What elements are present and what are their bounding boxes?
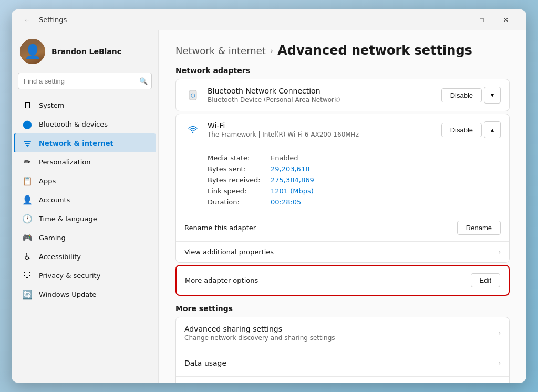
media-state-label: Media state: [208,154,271,162]
wifi-adapter-actions: Disable ▴ [441,121,501,138]
wifi-adapter-card: Wi-Fi The Framework | Intel(R) Wi-Fi 6 A… [175,114,510,263]
bluetooth-adapter-actions: Disable ▾ [441,87,501,104]
bluetooth-icon: ⬤ [22,119,33,129]
duration-label: Duration: [208,198,271,206]
rename-button[interactable]: Rename [457,221,501,235]
breadcrumb: Network & internet › Advanced network se… [175,43,510,58]
sidebar-item-personalization[interactable]: ✏️ Personalization [14,152,156,171]
privacy-icon: 🛡 [22,270,33,281]
advanced-sharing-subtitle: Change network discovery and sharing set… [184,334,498,342]
rename-label: Rename this adapter [184,224,457,232]
sidebar: 👤 Brandon LeBlanc 🔍 🖥 System ⬤ Bluetooth [12,30,159,383]
bluetooth-adapter-title: Bluetooth Network Connection [208,87,441,95]
minimize-button[interactable]: — [446,12,470,28]
sidebar-item-apps[interactable]: 📋 Apps [14,171,156,190]
duration-value: 00:28:05 [271,198,301,206]
bluetooth-adapter-subtitle: Bluetooth Device (Personal Area Network) [208,96,441,104]
sidebar-item-network[interactable]: Network & internet [14,133,156,152]
advanced-sharing-chevron: › [498,329,501,337]
view-properties-row[interactable]: View additional properties › [176,241,509,262]
media-state-row: Media state: Enabled [208,152,501,163]
svg-rect-2 [26,145,29,146]
user-profile: 👤 Brandon LeBlanc [12,30,158,70]
bluetooth-adapter-row: ⬡ Bluetooth Network Connection Bluetooth… [176,79,509,111]
wifi-adapter-title: Wi-Fi [208,121,441,130]
sidebar-item-privacy[interactable]: 🛡 Privacy & security [14,266,156,285]
advanced-sharing-title: Advanced sharing settings [184,325,498,333]
wifi-disable-button[interactable]: Disable [441,123,482,137]
wifi-expand-button[interactable]: ▴ [484,121,501,138]
data-usage-row[interactable]: Data usage › [176,349,509,376]
sidebar-item-time[interactable]: 🕐 Time & language [14,209,156,228]
breadcrumb-current: Advanced network settings [277,43,472,58]
sidebar-item-gaming[interactable]: 🎮 Gaming [14,228,156,247]
bluetooth-expand-button[interactable]: ▾ [484,87,501,104]
advanced-sharing-row[interactable]: Advanced sharing settings Change network… [176,317,509,349]
bytes-sent-row: Bytes sent: 29,203,618 [208,163,501,174]
system-icon: 🖥 [22,100,33,110]
accessibility-icon: ♿ [22,251,33,262]
link-speed-label: Link speed: [208,187,271,195]
svg-rect-3 [27,146,28,147]
avatar-image: 👤 [20,39,45,64]
main-layout: 👤 Brandon LeBlanc 🔍 🖥 System ⬤ Bluetooth [12,30,526,383]
wifi-adapter-text: Wi-Fi The Framework | Intel(R) Wi-Fi 6 A… [208,121,441,138]
hardware-connection-row[interactable]: Hardware and connection properties › [176,376,509,383]
chevron-right-icon: › [498,249,501,256]
search-input[interactable] [18,73,152,89]
bluetooth-disable-button[interactable]: Disable [441,88,482,102]
sidebar-item-accessibility[interactable]: ♿ Accessibility [14,247,156,266]
breadcrumb-separator: › [270,46,273,56]
maximize-button[interactable]: □ [470,12,494,28]
adapter-options-label: More adapter options [185,276,471,284]
rename-row: Rename this adapter Rename [176,214,509,241]
network-icon [22,138,33,148]
bytes-received-row: Bytes received: 275,384,869 [208,174,501,185]
bytes-sent-value: 29,203,618 [271,165,309,173]
settings-window: ← Settings — □ ✕ 👤 Brandon LeBlanc 🔍 [12,9,526,383]
data-usage-chevron: › [498,359,501,367]
wifi-details: Media state: Enabled Bytes sent: 29,203,… [176,146,509,214]
more-settings-card: Advanced sharing settings Change network… [175,317,510,383]
time-icon: 🕐 [22,213,33,224]
content-area: Network & internet › Advanced network se… [159,30,526,383]
gaming-icon: 🎮 [22,232,33,243]
svg-text:⬡: ⬡ [191,92,195,98]
edit-button[interactable]: Edit [471,273,500,287]
personalization-icon: ✏️ [22,157,33,167]
breadcrumb-parent[interactable]: Network & internet [175,45,266,56]
accounts-icon: 👤 [22,194,33,205]
back-button[interactable]: ← [20,13,35,27]
svg-rect-0 [24,141,31,142]
sidebar-item-update[interactable]: 🔄 Windows Update [14,285,156,304]
sidebar-item-bluetooth[interactable]: ⬤ Bluetooth & devices [14,115,156,133]
bytes-received-label: Bytes received: [208,176,271,184]
properties-label: View additional properties [184,248,498,256]
nav-section: 🖥 System ⬤ Bluetooth & devices [12,94,158,306]
avatar: 👤 [20,39,45,64]
link-speed-value: 1201 (Mbps) [271,187,314,195]
title-bar: ← Settings — □ ✕ [12,9,526,30]
sidebar-item-accounts[interactable]: 👤 Accounts [14,190,156,209]
apps-icon: 📋 [22,176,33,186]
link-speed-row: Link speed: 1201 (Mbps) [208,185,501,197]
sidebar-item-system[interactable]: 🖥 System [14,96,156,115]
wifi-adapter-icon [184,121,201,138]
window-controls: — □ ✕ [446,12,518,28]
more-adapter-options-card: More adapter options Edit [175,265,510,296]
bluetooth-adapter-card: ⬡ Bluetooth Network Connection Bluetooth… [175,79,510,111]
close-button[interactable]: ✕ [494,12,518,28]
wifi-adapter-subtitle: The Framework | Intel(R) Wi-Fi 6 AX200 1… [208,131,441,138]
more-adapter-options-row: More adapter options Edit [177,266,509,295]
bytes-received-value: 275,384,869 [271,176,314,184]
media-state-value: Enabled [271,154,298,162]
svg-rect-1 [25,143,30,144]
bluetooth-adapter-text: Bluetooth Network Connection Bluetooth D… [208,87,441,104]
user-name: Brandon LeBlanc [51,47,121,56]
duration-row: Duration: 00:28:05 [208,197,501,208]
window-title: Settings [39,16,67,24]
data-usage-title: Data usage [184,359,498,367]
search-box: 🔍 [18,73,152,89]
more-settings-section-title: More settings [175,304,510,313]
wifi-adapter-row: Wi-Fi The Framework | Intel(R) Wi-Fi 6 A… [176,114,509,146]
